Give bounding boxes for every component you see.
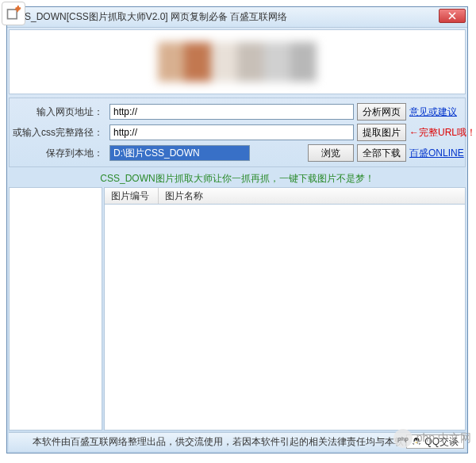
svg-rect-0: [8, 10, 17, 19]
save-path-input[interactable]: [109, 145, 250, 161]
table-body[interactable]: [104, 205, 466, 430]
content-panel: 图片编号 图片名称: [104, 187, 466, 430]
label-css: 或输入css完整路径：: [13, 126, 106, 140]
col-image-name[interactable]: 图片名称: [159, 188, 465, 204]
main-area: 图片编号 图片名称: [9, 187, 466, 430]
feedback-link[interactable]: 意见或建议: [409, 105, 462, 119]
url-hint: ←完整URL哦！: [409, 126, 462, 140]
titlebar: S_DOWN[CSS图片抓取大师V2.0] 网页复制必备 百盛互联网络: [7, 7, 467, 28]
table-header: 图片编号 图片名称: [104, 187, 466, 205]
watermark-text: php 中文网: [416, 431, 471, 446]
css-input[interactable]: [109, 124, 354, 140]
promo-text: CSS_DOWN图片抓取大师让你一抓再抓，一键下载图片不是梦！: [9, 167, 466, 187]
window-title: S_DOWN[CSS图片抓取大师V2.0] 网页复制必备 百盛互联网络: [25, 10, 287, 24]
form-section: 输入网页地址： 分析网页 意见或建议 或输入css完整路径： 提取图片 ←完整U…: [9, 98, 466, 167]
row-css: 或输入css完整路径： 提取图片 ←完整URL哦！: [13, 124, 462, 141]
download-all-button[interactable]: 全部下载: [357, 144, 406, 162]
analyze-button[interactable]: 分析网页: [357, 103, 406, 121]
row-save: 保存到本地： 浏览 全部下载 百盛ONLINE: [13, 144, 462, 162]
col-image-id[interactable]: 图片编号: [105, 188, 159, 204]
footer-text: 本软件由百盛互联网络整理出品，供交流使用，若因本软件引起的相关法律责任均与本软件…: [33, 435, 442, 449]
close-icon: [448, 12, 456, 20]
php-logo-icon: php: [393, 428, 413, 449]
label-save: 保存到本地：: [13, 147, 106, 160]
watermark: php php 中文网: [393, 428, 471, 449]
svg-text:php: php: [397, 435, 409, 442]
close-button[interactable]: [439, 9, 466, 23]
browse-button[interactable]: 浏览: [308, 144, 354, 162]
label-url: 输入网页地址：: [13, 105, 106, 119]
online-link[interactable]: 百盛ONLINE: [409, 147, 462, 160]
side-list[interactable]: [9, 187, 102, 430]
url-input[interactable]: [109, 104, 354, 120]
new-tab-icon: [6, 6, 21, 21]
banner-area: [9, 29, 466, 94]
extract-button[interactable]: 提取图片: [357, 124, 406, 141]
row-url: 输入网页地址： 分析网页 意见或建议: [13, 103, 462, 121]
banner-image: [158, 42, 317, 82]
main-window: S_DOWN[CSS图片抓取大师V2.0] 网页复制必备 百盛互联网络 输入网页…: [6, 6, 468, 453]
app-overlay-icon: [2, 2, 25, 25]
